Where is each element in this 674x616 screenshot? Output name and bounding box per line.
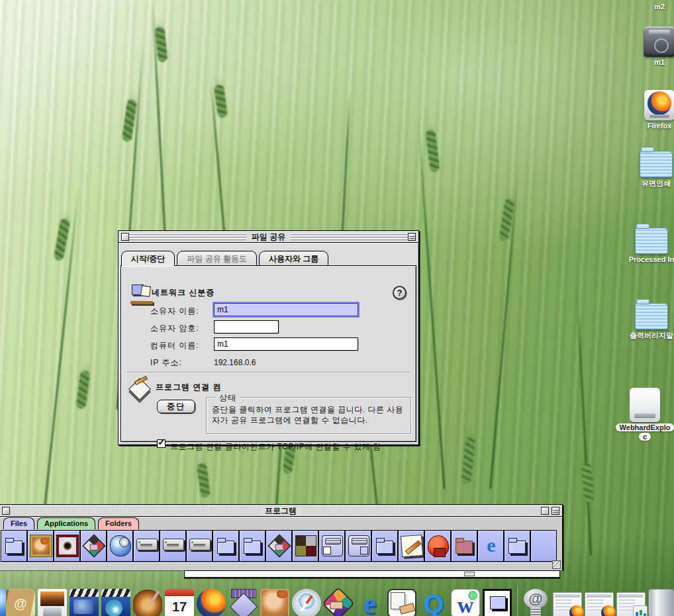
desktop-icon-WebhardExplo[interactable]: WebhardExploc (614, 388, 674, 441)
firefox-disk-icon (644, 90, 674, 120)
owner-password-label: 소유자 암호: (150, 322, 199, 335)
launcher-button-note-pencil-icon[interactable] (398, 530, 424, 562)
classic-framed-folder-icon[interactable] (482, 588, 512, 616)
launcher-button-folder-icon[interactable] (504, 530, 530, 562)
white-drive-icon (630, 388, 660, 422)
launcher-button-hard-drive-icon[interactable] (160, 530, 186, 562)
launcher-button-compressor-icon[interactable] (345, 530, 371, 562)
firefox-icon[interactable] (196, 588, 226, 616)
help-button[interactable]: ? (393, 286, 407, 300)
desktop-icon-ProcessedIn[interactable]: Processed In (621, 228, 674, 263)
resize-grip-icon[interactable] (552, 560, 561, 569)
diamond-app-icon[interactable] (228, 588, 258, 616)
desktop-icon-Firefox[interactable]: Firefox (629, 90, 674, 130)
folder-icon (4, 535, 25, 556)
tab-folders[interactable]: Folders (98, 517, 139, 529)
launcher-button-compressor-icon[interactable] (318, 530, 345, 562)
launcher-button-folder-icon[interactable] (213, 530, 239, 562)
tcpip-checkbox[interactable] (157, 439, 166, 448)
tab-applications[interactable]: Applications (37, 517, 95, 529)
stop-button[interactable]: 중단 (157, 400, 195, 414)
quicktime-icon[interactable]: Q (418, 588, 449, 616)
launcher-button-blue-camera-icon[interactable] (107, 530, 133, 562)
desktop-icon-m1[interactable]: m1 (629, 26, 674, 66)
owner-name-input[interactable] (214, 303, 358, 316)
folder-icon (635, 303, 668, 330)
launcher-button-hard-drive-icon[interactable] (186, 530, 213, 562)
launcher-tabs: Files Applications Folders (3, 517, 139, 529)
launcher-button-internet-explorer-icon[interactable]: e (477, 530, 504, 562)
mail-spring-icon[interactable] (520, 588, 551, 616)
imovie-icon[interactable] (69, 588, 99, 616)
webhard-icon[interactable]: w (450, 588, 481, 616)
launcher-button-red-creature-icon[interactable] (424, 530, 451, 562)
compressor-icon (322, 535, 343, 556)
ip-address-label: IP 주소: (150, 356, 182, 369)
trash-icon[interactable] (648, 588, 674, 616)
desktop-icon-label: m2 (629, 3, 674, 11)
dialog-tabs: 시작/중단 파일 공유 활동도 사용자와 그룹 (121, 251, 328, 266)
graphics-app-icon (267, 534, 291, 557)
desktop-icon-label: 출력버리지말 (621, 331, 674, 341)
tab-users-groups[interactable]: 사용자와 그룹 (259, 251, 328, 266)
minimized-window-chart[interactable] (616, 588, 646, 616)
owner-password-input[interactable] (214, 320, 279, 333)
ical-icon[interactable]: 17 (164, 588, 195, 616)
launcher-button-textures-icon[interactable] (292, 530, 318, 562)
zoom-box-icon[interactable] (541, 507, 549, 515)
file-sharing-titlebar[interactable]: 파일 공유 (119, 231, 418, 243)
idvd-icon[interactable] (101, 588, 131, 616)
desktop-icon-m2[interactable]: m2 (629, 1, 674, 11)
launcher-button-graphics-app-icon[interactable] (80, 530, 107, 562)
collapse-box-icon[interactable] (552, 507, 559, 515)
file-sharing-window: 파일 공유 시작/중단 파일 공유 활동도 사용자와 그룹 네트워크 신분증 ?… (118, 230, 419, 445)
windowshade-box-icon[interactable] (408, 233, 416, 241)
graphic-converter-icon (260, 589, 289, 616)
desktop-icon-chullyeok[interactable]: 출력버리지말 (621, 303, 674, 341)
launcher-button-eye-icon[interactable] (54, 530, 80, 562)
close-box-icon[interactable] (121, 233, 129, 241)
desktop-icon-label: m1 (629, 58, 674, 66)
launcher-button-folder-icon[interactable] (239, 530, 265, 562)
diamond-app-icon (228, 589, 258, 616)
safari-icon[interactable] (291, 588, 322, 616)
launcher-titlebar[interactable]: 프로그램 (0, 505, 562, 517)
window-title: 파일 공유 (246, 232, 291, 242)
launcher-button-hard-drive-icon[interactable] (133, 530, 160, 562)
graphic-converter-icon[interactable] (260, 588, 290, 616)
tab-files[interactable]: Files (3, 517, 34, 529)
garageband-icon[interactable] (132, 588, 163, 616)
compressor-icon (348, 535, 369, 556)
desktop-icon-label: WebhardExplo (614, 423, 674, 431)
minimized-window-firefox[interactable] (584, 588, 614, 616)
launcher-button-folder-icon[interactable] (371, 530, 398, 562)
hard-drive-icon (163, 539, 184, 550)
address-book-icon[interactable]: @ (5, 588, 36, 616)
launcher-button-red-folder-icon[interactable] (451, 530, 477, 562)
close-box-icon[interactable] (2, 507, 10, 515)
launcher-button-venus-painting-icon[interactable] (27, 530, 54, 562)
kaleidoscope-icon[interactable] (323, 588, 354, 616)
mail-spring-icon (521, 589, 550, 616)
print-center-icon[interactable] (387, 588, 417, 616)
computer-name-input[interactable] (214, 337, 358, 351)
print-center-icon (387, 589, 416, 616)
textures-icon (295, 535, 316, 556)
tab-start-stop[interactable]: 시작/중단 (121, 251, 175, 266)
desktop-icon-yumeoninswae[interactable]: 유면인쇄 (626, 151, 674, 189)
ip-address-value: 192.168.0.6 (214, 356, 256, 369)
launcher-button-graphics-app-icon[interactable] (265, 530, 292, 562)
minimized-window-firefox[interactable] (552, 588, 583, 616)
partial-orb-icon[interactable] (0, 588, 4, 616)
launcher-button-folder-icon[interactable] (1, 530, 27, 562)
iphoto-icon[interactable] (37, 588, 68, 616)
folder-icon (635, 228, 668, 254)
launcher-window: 프로그램 Files Applications Folders e (0, 504, 563, 570)
collapsed-window-bar[interactable] (184, 570, 560, 578)
divider (126, 372, 410, 373)
firefox-icon (197, 589, 226, 616)
internet-explorer-icon: e (481, 535, 502, 556)
imovie-icon (70, 589, 99, 616)
folder-icon (242, 535, 264, 556)
internet-explorer-icon[interactable]: e (355, 588, 385, 616)
